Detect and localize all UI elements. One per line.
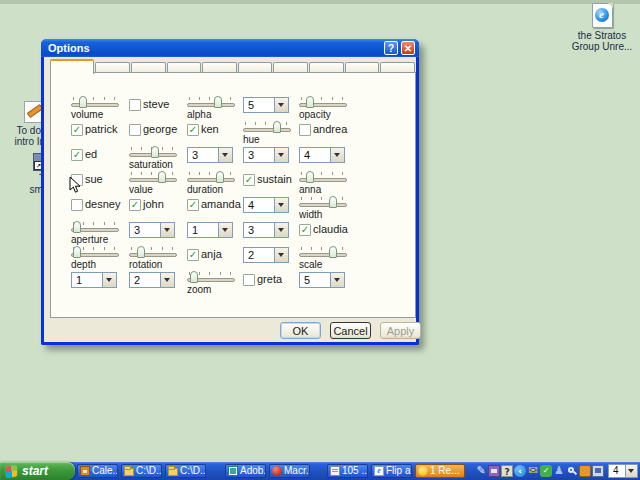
slider-track[interactable] — [299, 203, 347, 207]
dropdown-arrow-icon[interactable] — [218, 148, 232, 162]
checkbox-george[interactable]: george — [129, 121, 187, 146]
search-icon[interactable] — [566, 465, 578, 477]
slider-track[interactable] — [187, 103, 235, 107]
slider-thumb[interactable] — [158, 171, 166, 183]
slider-volume[interactable]: volume — [71, 96, 117, 121]
slider-thumb[interactable] — [214, 96, 222, 108]
slider-track[interactable] — [187, 178, 235, 182]
user-icon[interactable]: ♟ — [553, 465, 565, 477]
dropdown-r3c5[interactable]: 4 — [299, 147, 345, 163]
slider-thumb[interactable] — [306, 171, 314, 183]
dropdown-r7c4[interactable]: 2 — [243, 247, 289, 263]
slider-aperture[interactable]: aperture — [71, 221, 117, 246]
checkbox-checked-icon[interactable]: ✓ — [129, 199, 141, 211]
dropdown-r8c2[interactable]: 2 — [129, 272, 175, 288]
checkbox-patrick[interactable]: ✓patrick — [71, 121, 129, 146]
dropdown-arrow-icon[interactable] — [274, 98, 288, 112]
mail-icon[interactable]: ✉ — [527, 465, 539, 477]
dropdown-arrow-icon[interactable] — [102, 273, 116, 287]
checkbox-checked-icon[interactable]: ✓ — [187, 199, 199, 211]
slider-track[interactable] — [129, 178, 177, 182]
dropdown-arrow-icon[interactable] — [625, 465, 637, 477]
cancel-button[interactable]: Cancel — [330, 322, 371, 339]
checkbox-unchecked-icon[interactable] — [299, 124, 311, 136]
checkbox-checked-icon[interactable]: ✓ — [71, 149, 83, 161]
dropdown-arrow-icon[interactable] — [330, 148, 344, 162]
dialog-titlebar[interactable]: Options ? ✕ — [41, 39, 419, 57]
checkbox-john[interactable]: ✓john — [129, 196, 187, 221]
slider-zoom[interactable]: zoom — [187, 271, 233, 296]
monitor-icon[interactable] — [592, 465, 604, 477]
slider-track[interactable] — [299, 253, 347, 257]
dropdown-r1c4[interactable]: 5 — [243, 97, 289, 113]
slider-scale[interactable]: scale — [299, 246, 345, 271]
apply-button[interactable]: Apply — [380, 322, 421, 339]
msn-icon[interactable]: ‹ — [514, 465, 526, 477]
slider-thumb[interactable] — [216, 171, 224, 183]
slider-value[interactable]: value — [129, 171, 175, 196]
close-button[interactable]: ✕ — [401, 41, 415, 55]
dropdown-arrow-icon[interactable] — [330, 273, 344, 287]
slider-duration[interactable]: duration — [187, 171, 233, 196]
checkbox-checked-icon[interactable]: ✓ — [243, 174, 255, 186]
slider-depth[interactable]: depth — [71, 246, 117, 271]
checkbox-unchecked-icon[interactable] — [71, 199, 83, 211]
dropdown-arrow-icon[interactable] — [160, 223, 174, 237]
slider-thumb[interactable] — [273, 121, 281, 133]
checkbox-anja[interactable]: ✓anja — [187, 246, 243, 271]
checkbox-checked-icon[interactable]: ✓ — [299, 224, 311, 236]
dropdown-r5c4[interactable]: 4 — [243, 197, 289, 213]
taskbar-task-adob[interactable]: Adob... — [225, 464, 266, 478]
dropdown-arrow-icon[interactable] — [160, 273, 174, 287]
slider-saturation[interactable]: saturation — [129, 146, 175, 171]
slider-width[interactable]: width — [299, 196, 345, 221]
alert-icon[interactable] — [579, 465, 591, 477]
slider-thumb[interactable] — [190, 271, 198, 283]
slider-thumb[interactable] — [329, 196, 337, 208]
slider-thumb[interactable] — [151, 146, 159, 158]
dropdown-arrow-icon[interactable] — [274, 248, 288, 262]
checkbox-unchecked-icon[interactable] — [129, 99, 141, 111]
checkbox-sustain[interactable]: ✓sustain — [243, 171, 299, 196]
taskbar-task-cd[interactable]: C:\D... — [121, 464, 162, 478]
checkbox-unchecked-icon[interactable] — [129, 124, 141, 136]
checkbox-claudia[interactable]: ✓claudia — [299, 221, 357, 246]
slider-thumb[interactable] — [79, 96, 87, 108]
checkbox-desney[interactable]: desney — [71, 196, 129, 221]
taskbar-task-cale[interactable]: Cale... — [77, 464, 118, 478]
checkbox-greta[interactable]: greta — [243, 271, 299, 296]
taskbar-task-flipa[interactable]: eFlip a... — [371, 464, 412, 478]
checkbox-checked-icon[interactable]: ✓ — [187, 249, 199, 261]
slider-thumb[interactable] — [329, 246, 337, 258]
dropdown-arrow-icon[interactable] — [274, 198, 288, 212]
tray-select[interactable]: 4 — [608, 464, 638, 478]
ok-button[interactable]: OK — [280, 322, 321, 339]
dropdown-r6c3[interactable]: 1 — [187, 222, 233, 238]
start-button[interactable]: start — [0, 462, 75, 480]
dropdown-r6c2[interactable]: 3 — [129, 222, 175, 238]
checkbox-checked-icon[interactable]: ✓ — [71, 124, 83, 136]
slider-rotation[interactable]: rotation — [129, 246, 175, 271]
help-button[interactable]: ? — [384, 41, 398, 55]
slider-hue[interactable]: hue — [243, 121, 289, 146]
taskbar-task-1re[interactable]: 1 Re... — [415, 464, 465, 478]
slider-thumb[interactable] — [73, 246, 81, 258]
slider-thumb[interactable] — [73, 221, 81, 233]
dropdown-r6c4[interactable]: 3 — [243, 222, 289, 238]
checkbox-checked-icon[interactable]: ✓ — [187, 124, 199, 136]
slider-track[interactable] — [243, 128, 291, 132]
checkbox-andrea[interactable]: andrea — [299, 121, 357, 146]
desktop-icon-stratos[interactable]: e the Stratos Group Unre... — [566, 3, 638, 52]
dropdown-arrow-icon[interactable] — [274, 223, 288, 237]
dropdown-r3c4[interactable]: 3 — [243, 147, 289, 163]
dropdown-arrow-icon[interactable] — [274, 148, 288, 162]
slider-thumb[interactable] — [137, 246, 145, 258]
dropdown-r3c3[interactable]: 3 — [187, 147, 233, 163]
slider-alpha[interactable]: alpha — [187, 96, 233, 121]
checkbox-amanda[interactable]: ✓amanda — [187, 196, 243, 221]
taskbar-task-105[interactable]: 105 ... — [327, 464, 368, 478]
slider-opacity[interactable]: opacity — [299, 96, 345, 121]
dropdown-r8c5[interactable]: 5 — [299, 272, 345, 288]
checkbox-steve[interactable]: steve — [129, 96, 187, 121]
taskbar-task-cd[interactable]: C:\D... — [165, 464, 206, 478]
